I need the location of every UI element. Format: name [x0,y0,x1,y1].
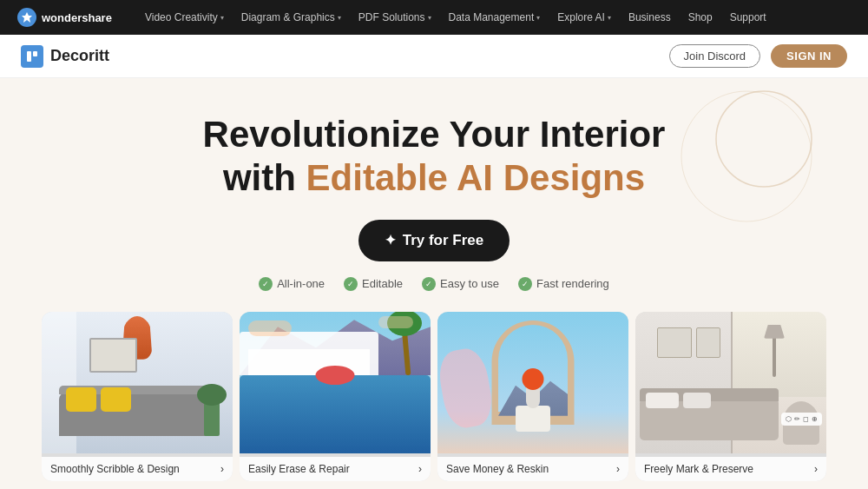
sofa-room-illustration [42,312,233,453]
toolbar-icon-2: ✏ [794,415,800,423]
chevron-down-icon: ▾ [536,14,540,22]
card-text-4: Freely Mark & Preserve [644,463,753,475]
nav-link-support[interactable]: Support [723,8,773,27]
pillow-1 [646,393,679,408]
join-discord-button[interactable]: Join Discord [669,44,761,68]
chevron-down-icon: ▾ [608,14,611,22]
card-erase-repair[interactable]: Easily Erase & Repair › [240,312,431,481]
chevron-down-icon: ▾ [338,14,341,22]
floor-lamp [773,325,776,377]
feature-label-1: All-in-one [277,277,325,290]
nav-link-shop[interactable]: Shop [681,8,720,27]
svg-rect-1 [33,51,37,56]
pool-float [316,366,355,385]
decoritt-icon [21,45,43,68]
card-text-3: Save Money & Reskin [446,463,549,475]
check-icon-4: ✓ [518,277,532,291]
feature-easy-to-use: ✓ Easy to use [422,277,499,291]
chevron-down-icon: ▾ [220,14,224,22]
nav-action-buttons: Join Discord SIGN IN [669,44,847,68]
top-nav-links: Video Creativity ▾ Diagram & Graphics ▾ … [138,8,773,27]
arrow-icon-1: › [220,463,224,475]
hero-title-line1: Revolutionize Your Interior [203,114,666,155]
pool-water [240,375,431,453]
sparkle-icon: ✦ [385,232,396,248]
svg-rect-0 [27,51,31,62]
arrow-icon-2: › [418,463,422,475]
secondary-navigation: Decoritt Join Discord SIGN IN [0,35,868,78]
arch-scene-illustration [437,312,628,453]
nav-link-video-creativity[interactable]: Video Creativity ▾ [138,8,231,27]
card-label-2: Easily Erase & Repair › [240,457,431,481]
building [240,332,378,375]
check-icon-3: ✓ [422,277,436,291]
card-label-3: Save Money & Reskin › [437,457,628,481]
card-label-1: Smoothly Scribble & Design › [42,457,233,481]
feature-label-2: Editable [362,277,403,290]
pool-scene-illustration [240,312,431,453]
feature-all-in-one: ✓ All-in-one [259,277,325,291]
decoritt-brand-text: Decoritt [50,47,109,65]
card-text-1: Smoothly Scribble & Design [50,463,180,475]
cushion-1 [66,387,96,412]
feature-label-3: Easy to use [440,277,499,290]
wall-art-left [657,327,692,358]
feature-label-4: Fast rendering [536,277,609,290]
plant [204,401,220,436]
hero-title-line2-pre: with [223,157,306,198]
hero-title-accent: Editable AI Designs [306,157,646,198]
cloud-1 [248,320,292,336]
cushion-2 [101,387,131,412]
card-text-2: Easily Erase & Repair [248,463,350,475]
nav-link-business[interactable]: Business [621,8,678,27]
wondershare-brand-text: wondershare [42,11,112,24]
hero-title: Revolutionize Your Interior with Editabl… [17,113,851,201]
feature-tags: ✓ All-in-one ✓ Editable ✓ Easy to use ✓ … [17,277,851,291]
flower [523,368,544,390]
try-free-label: Try for Free [403,232,484,249]
cloud-2 [378,316,413,328]
toolbar-icon-1: ⬡ [786,415,792,423]
feature-editable: ✓ Editable [344,277,403,291]
nav-link-pdf[interactable]: PDF Solutions ▾ [352,8,438,27]
card-save-reskin[interactable]: Save Money & Reskin › [437,312,628,481]
toolbar-icon-3: ◻ [803,415,809,423]
pedestal [516,406,550,432]
card-label-4: Freely Mark & Preserve › [635,457,826,481]
pillow-2 [683,393,711,408]
card-mark-preserve[interactable]: ⬡ ✏ ◻ ⊕ Freely Mark & Preserve › [635,312,826,481]
feature-cards-row: Smoothly Scribble & Design › [17,312,851,481]
decoritt-logo[interactable]: Decoritt [21,45,109,68]
toolbar-icon-4: ⊕ [812,415,818,423]
nav-link-diagram[interactable]: Diagram & Graphics ▾ [234,8,348,27]
arrow-icon-4: › [814,463,818,475]
wall-art [89,338,137,373]
top-navigation: wondershare Video Creativity ▾ Diagram &… [0,0,868,35]
wondershare-logo[interactable]: wondershare [17,8,112,27]
arrow-icon-3: › [616,463,620,475]
nav-link-explore-ai[interactable]: Explore AI ▾ [550,8,618,27]
card-scribble-design[interactable]: Smoothly Scribble & Design › [42,312,233,481]
wall-art-right [696,327,720,358]
sign-in-button[interactable]: SIGN IN [771,44,847,68]
hero-section: Revolutionize Your Interior with Editabl… [0,78,868,489]
toolbar-overlay: ⬡ ✏ ◻ ⊕ [781,413,822,426]
cherry-blossoms [437,346,496,431]
bedroom-scene-illustration [635,312,826,453]
ws-logo-icon [17,8,36,27]
nav-link-data[interactable]: Data Management ▾ [442,8,548,27]
try-for-free-button[interactable]: ✦ Try for Free [358,220,510,261]
chevron-down-icon: ▾ [428,14,431,22]
feature-fast-rendering: ✓ Fast rendering [518,277,609,291]
check-icon-1: ✓ [259,277,273,291]
check-icon-2: ✓ [344,277,358,291]
